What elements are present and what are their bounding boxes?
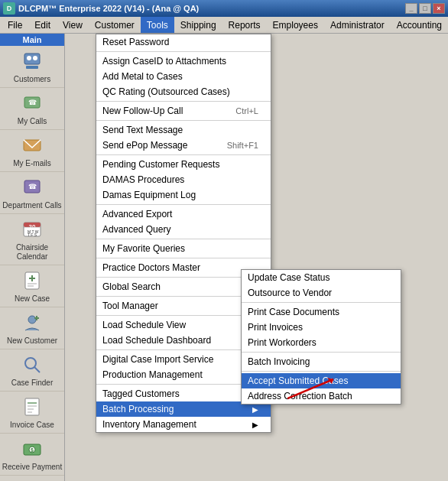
sidebar-item-shipping[interactable]: Shipping Manager — [0, 476, 64, 481]
svg-point-23 — [25, 358, 36, 369]
arrow-inventory-management: ▶ — [252, 421, 258, 429]
sidebar-newcase-label: New Case — [15, 294, 50, 304]
svg-text:☎: ☎ — [28, 99, 37, 106]
title-bar-text: DLCPM™ Enterprise 2022 (V14) - (Ana @ QA… — [18, 4, 199, 13]
menu-inventory-management[interactable]: Inventory Management ▶ — [96, 417, 271, 432]
menu-customer[interactable]: Customer — [89, 17, 141, 33]
menu-assign-caseid[interactable]: Assign CaseID to Attachments — [96, 54, 271, 69]
shortcut-new-followup: Ctrl+L — [235, 106, 258, 115]
svg-point-20 — [28, 316, 36, 323]
menu-reset-password[interactable]: Reset Password — [96, 34, 271, 50]
newcase-icon — [20, 268, 44, 293]
separator-2 — [96, 101, 271, 102]
menu-advanced-query[interactable]: Advanced Query — [96, 222, 271, 237]
sidebar-myemails-label: My E-mails — [13, 159, 50, 168]
maximize-button[interactable]: □ — [419, 3, 431, 14]
separator-4 — [96, 154, 271, 155]
customers-icon — [20, 49, 44, 73]
sidebar: Main Customers ☎ My Calls — [0, 34, 65, 481]
menu-add-metal[interactable]: Add Metal to Cases — [96, 69, 271, 84]
menu-send-epop[interactable]: Send ePop Message Shift+F1 — [96, 138, 271, 153]
app-icon: D — [3, 2, 15, 15]
menu-reports[interactable]: Reports — [222, 17, 267, 33]
sidebar-item-newcustomer[interactable]: New Customer — [0, 307, 64, 349]
menu-qc-rating[interactable]: QC Rating (Outsourced Cases) — [96, 84, 271, 99]
sidebar-item-invoicecase[interactable]: Invoice Case — [0, 392, 64, 434]
receivepayment-icon: $ — [20, 437, 44, 461]
close-button[interactable]: × — [433, 3, 445, 14]
sidebar-item-casefinder[interactable]: Case Finder — [0, 349, 64, 392]
deptcalls-icon: ☎ — [20, 175, 44, 200]
separator-3 — [96, 120, 271, 121]
red-arrow-indicator — [287, 372, 349, 405]
sidebar-item-myemails[interactable]: My E-mails — [0, 130, 64, 172]
svg-text:T F S: T F S — [28, 232, 37, 237]
sidebar-item-calendar[interactable]: 30 M T W T F S Chairside Calendar — [0, 214, 64, 265]
menu-file[interactable]: File — [2, 17, 28, 33]
svg-rect-3 — [26, 66, 38, 69]
svg-point-2 — [33, 56, 37, 60]
separator-7 — [96, 258, 271, 258]
sidebar-item-mycalls[interactable]: ☎ My Calls — [0, 88, 64, 130]
sidebar-section-title: Main — [0, 34, 64, 46]
sidebar-item-deptcalls[interactable]: ☎ Department Calls — [0, 172, 64, 214]
submenu-outsource-vendor[interactable]: Outsource to Vendor — [242, 285, 401, 301]
sidebar-receivepayment-label: Receive Payment — [2, 463, 62, 472]
menu-new-followup[interactable]: New Follow-Up Call Ctrl+L — [96, 103, 271, 119]
content-area: Reset Password Assign CaseID to Attachme… — [65, 34, 448, 481]
menu-view[interactable]: View — [57, 17, 89, 33]
menu-favorite-queries[interactable]: My Favorite Queries — [96, 241, 271, 256]
sidebar-item-receivepayment[interactable]: $ Receive Payment — [0, 434, 64, 476]
casefinder-icon — [20, 353, 44, 377]
sidebar-casefinder-label: Case Finder — [11, 379, 53, 388]
separator-6 — [96, 239, 271, 239]
menu-pending-requests[interactable]: Pending Customer Requests — [96, 157, 271, 172]
invoicecase-icon — [20, 395, 44, 419]
mycalls-icon: ☎ — [20, 91, 44, 115]
title-bar: D DLCPM™ Enterprise 2022 (V14) - (Ana @ … — [0, 0, 448, 17]
menu-shipping[interactable]: Shipping — [174, 17, 222, 33]
shortcut-epop: Shift+F1 — [227, 141, 258, 150]
svg-line-24 — [34, 367, 40, 372]
sidebar-newcustomer-label: New Customer — [7, 336, 57, 346]
myemails-icon — [20, 133, 44, 158]
sidebar-deptcalls-label: Department Calls — [2, 201, 61, 210]
sidebar-customers-label: Customers — [14, 75, 50, 84]
submenu-print-case-docs[interactable]: Print Case Documents — [242, 304, 401, 320]
svg-point-1 — [27, 56, 31, 60]
separator-5 — [96, 204, 271, 205]
sidebar-invoicecase-label: Invoice Case — [10, 421, 54, 430]
calendar-icon: 30 M T W T F S — [20, 217, 44, 242]
minimize-button[interactable]: _ — [405, 3, 417, 14]
menu-bar: File Edit View Customer Tools Shipping R… — [0, 17, 448, 34]
menu-damas-equipment[interactable]: Damas Equipment Log — [96, 187, 271, 203]
menu-damas-procedures[interactable]: DAMAS Procedures — [96, 172, 271, 187]
sidebar-mycalls-label: My Calls — [18, 117, 47, 126]
menu-send-text[interactable]: Send Text Message — [96, 122, 271, 138]
menu-tools[interactable]: Tools — [141, 17, 174, 33]
menu-employees[interactable]: Employees — [267, 17, 324, 33]
menu-advanced-export[interactable]: Advanced Export — [96, 206, 271, 222]
svg-text:☎: ☎ — [28, 183, 37, 190]
main-layout: Main Customers ☎ My Calls — [0, 34, 448, 481]
submenu-print-invoices[interactable]: Print Invoices — [242, 320, 401, 335]
arrow-batch-processing: ▶ — [252, 405, 258, 414]
svg-rect-0 — [24, 54, 40, 64]
menu-accounting[interactable]: Accounting — [391, 17, 448, 33]
submenu-update-case-status[interactable]: Update Case Status — [242, 270, 401, 285]
submenu-separator-2 — [242, 352, 401, 353]
sidebar-item-newcase[interactable]: New Case — [0, 265, 64, 307]
sidebar-calendar-label: Chairside Calendar — [2, 243, 63, 262]
submenu-print-workorders[interactable]: Print Workorders — [242, 335, 401, 350]
svg-text:$: $ — [31, 447, 34, 453]
window-controls[interactable]: _ □ × — [405, 3, 445, 14]
sidebar-item-customers[interactable]: Customers — [0, 46, 64, 88]
submenu-batch-invoicing[interactable]: Batch Invoicing — [242, 354, 401, 369]
svg-line-40 — [287, 379, 333, 398]
separator-1 — [96, 51, 271, 52]
menu-edit[interactable]: Edit — [28, 17, 57, 33]
menu-administrator[interactable]: Administrator — [324, 17, 391, 33]
svg-rect-25 — [25, 398, 39, 415]
newcustomer-icon — [20, 310, 44, 335]
submenu-separator-1 — [242, 302, 401, 303]
